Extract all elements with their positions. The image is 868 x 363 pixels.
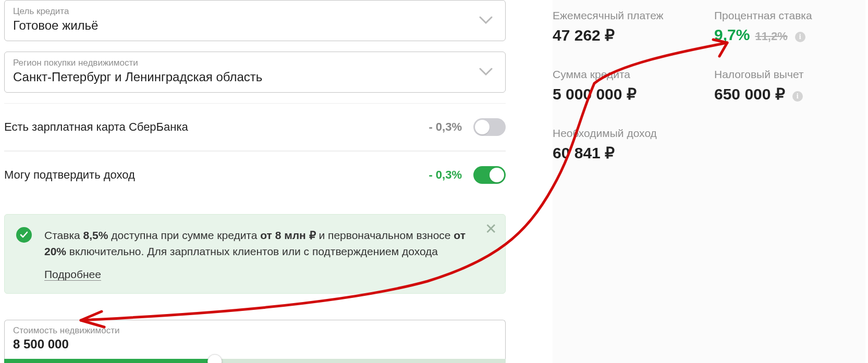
check-icon <box>16 227 32 243</box>
loan-purpose-select[interactable]: Цель кредита Готовое жильё <box>4 0 506 41</box>
label: Процентная ставка <box>714 9 865 22</box>
discount: - 0,3% <box>429 168 462 182</box>
property-cost-field[interactable]: Стоимость недвижимости 8 500 000 <box>4 320 506 363</box>
label: Регион покупки недвижимости <box>13 57 497 69</box>
close-icon[interactable]: ✕ <box>485 222 497 236</box>
info-icon[interactable]: i <box>795 32 805 42</box>
salary-card-toggle[interactable] <box>473 118 506 136</box>
tax-deduction: Налоговый вычет 650 000 ₽ i <box>714 68 865 103</box>
confirm-income-toggle[interactable] <box>473 166 506 184</box>
label: Стоимость недвижимости <box>13 326 497 336</box>
loan-sum: Сумма кредита 5 000 000 ₽ <box>553 68 704 103</box>
value: Готовое жильё <box>13 18 497 33</box>
label: Могу подтвердить доход <box>4 168 429 182</box>
value: 5 000 000 ₽ <box>553 85 704 103</box>
label: Ежемесячный платеж <box>553 9 704 22</box>
value: 60 841 ₽ <box>553 144 704 162</box>
confirm-income-row: Могу подтвердить доход - 0,3% <box>4 151 506 198</box>
chevron-down-icon <box>479 68 493 76</box>
label: Налоговый вычет <box>714 68 865 81</box>
details-link[interactable]: Подробнее <box>44 268 101 281</box>
info-icon[interactable]: i <box>792 91 803 102</box>
label: Необходимый доход <box>553 127 704 140</box>
salary-card-row: Есть зарплатная карта СберБанка - 0,3% <box>4 103 506 151</box>
value: Санкт-Петербург и Ленинградская область <box>13 70 497 85</box>
value: 650 000 ₽ i <box>714 85 865 103</box>
region-select[interactable]: Регион покупки недвижимости Санкт-Петерб… <box>4 52 506 93</box>
cost-slider[interactable] <box>4 359 506 363</box>
label: Есть зарплатная карта СберБанка <box>4 120 429 134</box>
promo-banner: Ставка 8,5% доступна при сумме кредита о… <box>4 214 506 294</box>
label: Цель кредита <box>13 6 497 17</box>
value: 8 500 000 <box>13 337 497 352</box>
required-income: Необходимый доход 60 841 ₽ <box>553 127 704 162</box>
discount: - 0,3% <box>429 120 462 134</box>
label: Сумма кредита <box>553 68 704 81</box>
chevron-down-icon <box>479 16 493 24</box>
old-rate: 11,2% <box>755 30 787 43</box>
monthly-payment: Ежемесячный платеж 47 262 ₽ <box>553 9 704 44</box>
value: 47 262 ₽ <box>553 26 704 44</box>
banner-text: Ставка 8,5% доступна при сумме кредита о… <box>44 227 477 260</box>
interest-rate: Процентная ставка 9,7% 11,2% i <box>714 9 865 44</box>
value: 9,7% 11,2% i <box>714 26 865 44</box>
